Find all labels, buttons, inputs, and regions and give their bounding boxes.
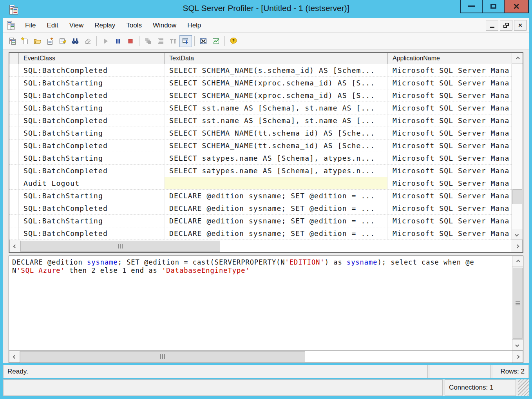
row-selector-cell[interactable] xyxy=(9,140,19,152)
new-trace-button[interactable] xyxy=(19,35,31,47)
scroll-up-button[interactable] xyxy=(512,53,523,64)
table-row[interactable]: SQL:BatchStarting DECLARE @edition sysna… xyxy=(9,190,512,202)
table-row[interactable]: SQL:BatchStarting SELECT SCHEMA_NAME(xpr… xyxy=(9,77,512,89)
row-selector-cell[interactable] xyxy=(9,152,19,164)
title-bar: SQL Server Profiler - [Untitled - 1 (tes… xyxy=(3,0,529,18)
new-trace-icon xyxy=(21,37,29,45)
scroll-thumb[interactable] xyxy=(20,351,305,362)
grid-vertical-scrollbar[interactable] xyxy=(512,53,523,240)
open-trace-icon xyxy=(33,37,42,45)
table-row[interactable]: SQL:BatchCompleted SELECT sst.name AS [S… xyxy=(9,114,512,127)
group-events-button[interactable] xyxy=(142,35,154,47)
row-selector-cell[interactable] xyxy=(9,64,19,76)
menu-item-file[interactable]: File xyxy=(20,20,41,31)
start-trace-button[interactable] xyxy=(99,35,112,47)
scroll-left-button[interactable] xyxy=(9,240,20,252)
menu-bar: FileEditViewReplayToolsWindowHelp × xyxy=(3,18,529,33)
column-header-textdata[interactable]: TextData xyxy=(165,53,388,64)
row-selector-cell[interactable] xyxy=(9,177,19,189)
menu-item-view[interactable]: View xyxy=(64,20,89,31)
mdi-restore-icon xyxy=(503,23,509,28)
row-selector-cell[interactable] xyxy=(9,165,19,177)
row-selector-cell[interactable] xyxy=(9,215,19,227)
mdi-close-button[interactable]: × xyxy=(514,20,527,31)
scroll-thumb[interactable] xyxy=(512,189,522,204)
applicationname-cell: Microsoft SQL Server Mana xyxy=(388,89,512,102)
table-row[interactable]: SQL:BatchStarting SELECT SCHEMA_NAME(tt.… xyxy=(9,127,512,140)
extract-event-button[interactable] xyxy=(197,35,210,47)
scroll-thumb[interactable] xyxy=(513,268,523,339)
menu-item-window[interactable]: Window xyxy=(147,20,182,31)
table-row[interactable]: SQL:BatchCompleted SELECT SCHEMA_NAME(xp… xyxy=(9,89,512,102)
table-row[interactable]: SQL:BatchStarting SELECT sst.name AS [Sc… xyxy=(9,102,512,114)
row-selector-cell[interactable] xyxy=(9,89,19,102)
row-selector-cell[interactable] xyxy=(9,190,19,202)
table-row[interactable]: SQL:BatchCompleted SELECT SCHEMA_NAME(s.… xyxy=(9,64,512,77)
mdi-restore-button[interactable] xyxy=(500,20,512,31)
start-trace-icon xyxy=(101,37,110,45)
scroll-track[interactable] xyxy=(512,267,523,339)
toolbar-separator xyxy=(194,36,195,46)
row-selector-cell[interactable] xyxy=(9,77,19,89)
mdi-minimize-icon xyxy=(490,27,494,28)
save-trace-button[interactable] xyxy=(44,35,56,47)
auto-scroll-button[interactable] xyxy=(179,35,192,47)
find-button[interactable] xyxy=(69,35,81,47)
mdi-minimize-button[interactable] xyxy=(486,20,498,31)
detail-horizontal-scrollbar[interactable] xyxy=(9,350,523,363)
extract-event-icon xyxy=(199,37,208,45)
maximize-button[interactable] xyxy=(482,0,505,13)
table-row[interactable]: SQL:BatchCompleted SELECT SCHEMA_NAME(tt… xyxy=(9,140,512,152)
close-button[interactable]: × xyxy=(504,0,529,13)
scroll-track[interactable] xyxy=(20,351,512,363)
clear-trace-button[interactable] xyxy=(81,35,94,47)
document-menu-icon[interactable] xyxy=(6,20,16,31)
trace-template-button[interactable] xyxy=(6,35,19,47)
minimize-icon xyxy=(468,5,475,7)
grouped-view-button[interactable] xyxy=(154,35,167,47)
table-row[interactable]: SQL:BatchStarting SELECT satypes.name AS… xyxy=(9,152,512,165)
menu-item-help[interactable]: Help xyxy=(182,20,206,31)
table-row[interactable]: SQL:BatchCompleted DECLARE @edition sysn… xyxy=(9,227,512,240)
help-button[interactable]: ? xyxy=(227,35,240,47)
menu-item-replay[interactable]: Replay xyxy=(89,20,121,31)
grid-horizontal-scrollbar[interactable] xyxy=(9,240,523,252)
performance-chart-button[interactable] xyxy=(210,35,222,47)
row-selector-cell[interactable] xyxy=(9,114,19,127)
resize-grip[interactable] xyxy=(518,379,529,396)
textdata-cell: SELECT SCHEMA_NAME(xproc.schema_id) AS [… xyxy=(165,77,388,89)
stop-trace-button[interactable] xyxy=(124,35,137,47)
textdata-cell: SELECT SCHEMA_NAME(tt.schema_id) AS [Sch… xyxy=(165,140,388,152)
scroll-track[interactable] xyxy=(512,64,523,229)
scroll-up-button[interactable] xyxy=(512,256,523,267)
pane-splitter[interactable] xyxy=(9,253,523,256)
pause-trace-button[interactable] xyxy=(112,35,124,47)
detail-vertical-scrollbar[interactable] xyxy=(512,256,523,350)
open-trace-button[interactable] xyxy=(31,35,44,47)
table-row[interactable]: SQL:BatchStarting DECLARE @edition sysna… xyxy=(9,215,512,227)
scroll-thumb[interactable] xyxy=(20,241,220,252)
scroll-track[interactable] xyxy=(20,240,512,252)
scroll-down-button[interactable] xyxy=(512,229,523,240)
scroll-right-button[interactable] xyxy=(512,240,523,252)
row-selector-cell[interactable] xyxy=(9,127,19,139)
column-header-applicationname[interactable]: ApplicationName xyxy=(388,53,512,64)
grid-header: EventClass TextData ApplicationName xyxy=(9,53,512,64)
scroll-down-button[interactable] xyxy=(512,339,523,350)
scroll-right-button[interactable] xyxy=(512,351,523,363)
trace-properties-button[interactable] xyxy=(56,35,69,47)
menu-item-tools[interactable]: Tools xyxy=(121,20,147,31)
table-row[interactable]: SQL:BatchCompleted DECLARE @edition sysn… xyxy=(9,202,512,215)
row-selector-cell[interactable] xyxy=(9,227,19,239)
table-row[interactable]: SQL:BatchCompleted SELECT satypes.name A… xyxy=(9,165,512,177)
toggle-pause-button[interactable] xyxy=(167,35,179,47)
column-header-eventclass[interactable]: EventClass xyxy=(19,53,165,64)
scroll-left-button[interactable] xyxy=(9,351,20,363)
minimize-button[interactable] xyxy=(460,0,483,13)
row-selector-cell[interactable] xyxy=(9,102,19,114)
table-row[interactable]: Audit Logout Microsoft SQL Server Mana xyxy=(9,177,512,190)
menu-item-edit[interactable]: Edit xyxy=(41,20,63,31)
toolbar-separator xyxy=(96,36,97,46)
row-selector-cell[interactable] xyxy=(9,202,19,214)
auto-scroll-icon xyxy=(181,37,190,45)
